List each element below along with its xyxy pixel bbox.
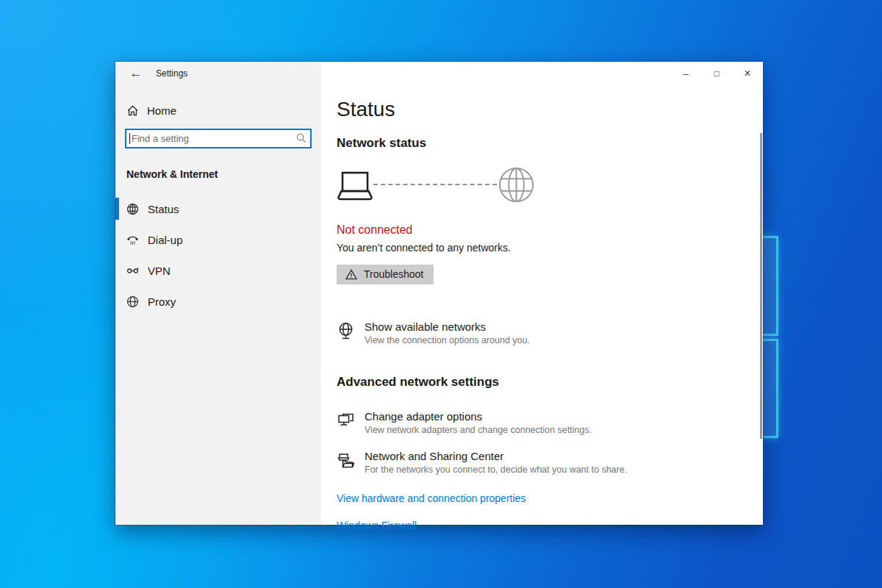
sidebar-item-label: Status (148, 203, 179, 215)
sidebar-item-label: Proxy (148, 295, 176, 308)
warning-icon (345, 269, 357, 280)
sidebar-item-vpn[interactable]: VPN (115, 255, 321, 286)
troubleshoot-button[interactable]: Troubleshoot (337, 265, 434, 284)
maximize-icon[interactable]: □ (701, 62, 732, 85)
home-icon (126, 104, 139, 117)
sidebar-home-label: Home (147, 104, 176, 117)
sharing-center-icon (337, 451, 355, 470)
hardware-properties-link[interactable]: View hardware and connection properties (337, 492, 734, 504)
laptop-icon (337, 171, 372, 201)
window-controls: – □ × (670, 62, 763, 85)
sharing-center-title: Network and Sharing Center (365, 450, 627, 462)
show-networks-title: Show available networks (365, 320, 530, 333)
page-title: Status (337, 98, 734, 121)
windows-firewall-link[interactable]: Windows Firewall (337, 520, 734, 531)
sidebar-item-dialup[interactable]: Dial-up (115, 224, 321, 255)
connection-state: Not connected (337, 223, 734, 237)
status-page: Status Network status (321, 62, 763, 531)
text-caret (129, 133, 130, 144)
adapter-title: Change adapter options (365, 410, 592, 423)
search-box (125, 129, 312, 148)
troubleshoot-label: Troubleshoot (364, 268, 423, 280)
sidebar-item-label: Dial-up (148, 234, 183, 246)
proxy-globe-icon (126, 295, 139, 308)
change-adapter-options-item[interactable]: Change adapter options View network adap… (337, 410, 734, 435)
adapter-monitors-icon (337, 412, 355, 430)
desktop-wallpaper: ← Settings Home (0, 0, 882, 588)
window-title: Settings (156, 68, 187, 79)
show-available-networks-item[interactable]: Show available networks View the connect… (337, 320, 734, 345)
search-input[interactable] (125, 129, 312, 148)
show-networks-subtitle: View the connection options around you. (365, 335, 530, 345)
sidebar-item-home[interactable]: Home (115, 97, 321, 123)
sidebar-section-heading: Network & Internet (126, 168, 321, 180)
connection-dashed-line (373, 184, 497, 185)
dialup-phone-icon (126, 234, 139, 246)
minimize-icon[interactable]: – (670, 62, 701, 85)
internet-globe-icon (498, 167, 534, 203)
advanced-settings-heading: Advanced network settings (337, 375, 734, 390)
sidebar-nav: Status Dial-up (115, 193, 321, 317)
sidebar-item-label: VPN (148, 265, 171, 277)
sharing-center-subtitle: For the networks you connect to, decide … (365, 465, 627, 475)
sidebar-item-status[interactable]: Status (115, 193, 321, 224)
close-icon[interactable]: × (732, 62, 763, 85)
back-arrow-icon: ← (130, 66, 143, 81)
network-sharing-center-item[interactable]: Network and Sharing Center For the netwo… (337, 450, 734, 475)
back-button[interactable]: ← (125, 64, 147, 83)
settings-window: ← Settings Home (115, 62, 763, 525)
main-panel: – □ × Status Network status (321, 62, 763, 525)
adapter-subtitle: View network adapters and change connect… (365, 425, 592, 435)
vertical-scrollbar[interactable] (760, 133, 762, 439)
vpn-icon (126, 265, 139, 277)
connection-message: You aren’t connected to any networks. (337, 242, 734, 254)
titlebar-left: ← Settings (115, 62, 321, 85)
sidebar-item-proxy[interactable]: Proxy (115, 286, 321, 317)
network-status-heading: Network status (337, 136, 734, 151)
network-status-icon (126, 203, 139, 215)
connection-diagram (337, 167, 734, 202)
sidebar: ← Settings Home (115, 62, 321, 525)
search-icon[interactable] (296, 133, 306, 143)
available-networks-globe-icon (337, 322, 355, 340)
